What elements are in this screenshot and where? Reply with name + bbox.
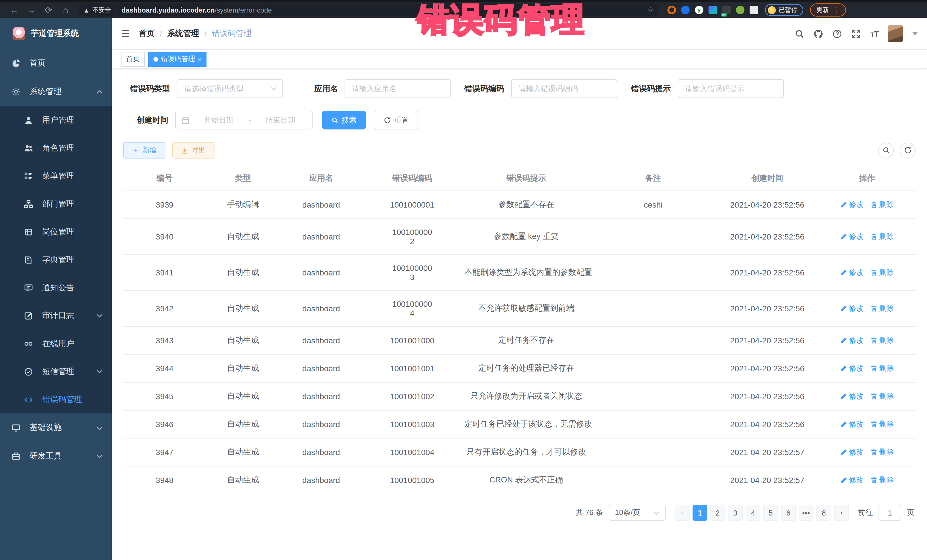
menu-list-icon bbox=[24, 171, 33, 181]
edit-link[interactable]: 修改 bbox=[840, 447, 864, 457]
home-icon[interactable]: ⌂ bbox=[57, 5, 74, 15]
edit-link[interactable]: 修改 bbox=[840, 335, 864, 346]
reload-icon[interactable]: ⟳ bbox=[40, 5, 57, 15]
breadcrumb-item[interactable]: 首页 bbox=[139, 29, 155, 39]
sidebar-item-系统管理[interactable]: 系统管理 bbox=[0, 77, 112, 106]
extension-icon[interactable] bbox=[736, 6, 745, 14]
filter-label-hint: 错误码提示 bbox=[631, 83, 671, 94]
help-icon[interactable] bbox=[833, 29, 842, 38]
delete-link[interactable]: 删除 bbox=[871, 232, 894, 242]
sidebar-item-通知公告[interactable]: 通知公告 bbox=[0, 274, 112, 302]
error-code-field[interactable] bbox=[511, 79, 617, 98]
hamburger-icon[interactable]: ☰ bbox=[121, 28, 130, 39]
reset-button[interactable]: 重置 bbox=[375, 111, 418, 129]
delete-link[interactable]: 删除 bbox=[871, 447, 894, 457]
error-type-select-input[interactable] bbox=[178, 80, 271, 97]
delete-link[interactable]: 删除 bbox=[871, 304, 894, 314]
extension-icon[interactable] bbox=[681, 6, 690, 14]
sidebar-item-审计日志[interactable]: 审计日志 bbox=[0, 302, 112, 329]
address-bar[interactable]: ▲ 不安全 | dashboard.yudao.iocoder.cn /syst… bbox=[78, 3, 660, 17]
export-button[interactable]: 导出 bbox=[172, 142, 214, 159]
page-button-3[interactable]: 3 bbox=[728, 505, 743, 521]
goto-page-input[interactable] bbox=[879, 505, 901, 520]
extension-icon[interactable]: on bbox=[722, 6, 731, 14]
edit-link[interactable]: 修改 bbox=[840, 363, 864, 373]
page-button-4[interactable]: 4 bbox=[746, 505, 760, 521]
tag-错误码管理[interactable]: 错误码管理× bbox=[148, 52, 207, 67]
breadcrumb-item[interactable]: 系统管理 bbox=[167, 29, 199, 39]
caret-down-icon[interactable] bbox=[912, 32, 918, 35]
edit-link[interactable]: 修改 bbox=[840, 419, 864, 429]
delete-link[interactable]: 删除 bbox=[871, 200, 894, 210]
extension-icon[interactable]: y bbox=[695, 6, 704, 14]
sidebar-item-角色管理[interactable]: 角色管理 bbox=[0, 134, 112, 162]
error-type-select[interactable] bbox=[177, 79, 283, 98]
filter-label-type: 错误码类型 bbox=[130, 83, 170, 94]
error-code-table: 编号类型应用名错误码编码错误码提示备注创建时间操作 3939手动编辑dashbo… bbox=[123, 167, 916, 495]
goto-page-field[interactable] bbox=[878, 505, 901, 521]
fullscreen-icon[interactable] bbox=[851, 29, 861, 38]
cell-remark bbox=[590, 255, 716, 291]
browser-menu-icon[interactable]: ⋮ bbox=[833, 6, 840, 14]
more-pages-button[interactable]: ••• bbox=[799, 505, 813, 521]
delete-link[interactable]: 删除 bbox=[871, 267, 894, 278]
edit-link[interactable]: 修改 bbox=[840, 267, 864, 278]
page-button-1[interactable]: 1 bbox=[693, 505, 707, 521]
delete-link[interactable]: 删除 bbox=[871, 335, 894, 346]
search-button[interactable]: 搜索 bbox=[322, 111, 366, 129]
error-hint-field[interactable] bbox=[678, 79, 784, 98]
cell-hint: 不允许获取敏感配置到前端 bbox=[462, 291, 590, 326]
edit-link[interactable]: 修改 bbox=[840, 200, 864, 210]
tag-首页[interactable]: 首页 bbox=[121, 52, 145, 67]
prev-page-button[interactable]: ‹ bbox=[675, 505, 690, 521]
search-icon[interactable] bbox=[795, 29, 805, 38]
delete-link[interactable]: 删除 bbox=[871, 391, 894, 401]
error-hint-input[interactable] bbox=[678, 80, 783, 97]
back-icon[interactable]: ← bbox=[6, 5, 23, 15]
page-size-select[interactable]: 10条/页 bbox=[609, 505, 666, 521]
user-avatar[interactable] bbox=[887, 25, 903, 42]
delete-link[interactable]: 删除 bbox=[871, 475, 894, 485]
bookmark-star-icon[interactable]: ☆ bbox=[647, 6, 654, 14]
browser-update-button[interactable]: 更新 ⋮ bbox=[810, 3, 846, 17]
edit-link[interactable]: 修改 bbox=[840, 304, 864, 314]
sidebar-item-菜单管理[interactable]: 菜单管理 bbox=[0, 162, 112, 190]
toggle-search-button[interactable] bbox=[878, 142, 894, 158]
page-button-8[interactable]: 8 bbox=[816, 505, 831, 521]
sidebar-item-错误码管理[interactable]: 错误码管理 bbox=[0, 385, 112, 413]
page-button-2[interactable]: 2 bbox=[710, 505, 725, 521]
edit-link[interactable]: 修改 bbox=[840, 232, 864, 242]
refresh-button[interactable] bbox=[900, 142, 916, 158]
app-name-input[interactable] bbox=[345, 80, 450, 97]
sidebar-item-短信管理[interactable]: 短信管理 bbox=[0, 358, 112, 385]
puzzle-icon[interactable] bbox=[749, 6, 758, 14]
delete-link[interactable]: 删除 bbox=[871, 419, 894, 429]
sidebar-item-用户管理[interactable]: 用户管理 bbox=[0, 106, 112, 134]
close-icon[interactable]: × bbox=[198, 56, 202, 62]
sidebar-item-在线用户[interactable]: 在线用户 bbox=[0, 329, 112, 358]
app-name-field[interactable] bbox=[345, 79, 451, 98]
delete-link[interactable]: 删除 bbox=[871, 363, 894, 373]
cell-actions: 修改删除 bbox=[819, 382, 916, 410]
edit-link[interactable]: 修改 bbox=[840, 391, 864, 401]
extension-icon[interactable] bbox=[708, 6, 717, 14]
page-button-6[interactable]: 6 bbox=[781, 505, 796, 521]
edit-link[interactable]: 修改 bbox=[840, 475, 864, 485]
font-size-icon[interactable]: тT bbox=[870, 29, 878, 38]
breadcrumb-item: 错误码管理 bbox=[212, 29, 252, 39]
error-code-input[interactable] bbox=[512, 80, 617, 97]
sidebar-item-部门管理[interactable]: 部门管理 bbox=[0, 190, 112, 218]
forward-icon[interactable]: → bbox=[23, 5, 40, 15]
date-range-picker[interactable]: 开始日期 - 结束日期 bbox=[175, 111, 313, 129]
github-icon[interactable] bbox=[814, 29, 824, 38]
page-button-5[interactable]: 5 bbox=[763, 505, 778, 521]
sidebar-item-研发工具[interactable]: 研发工具 bbox=[0, 442, 112, 470]
sidebar-item-首页[interactable]: 首页 bbox=[0, 49, 112, 77]
sidebar-item-字典管理[interactable]: 字典管理 bbox=[0, 246, 112, 274]
next-page-button[interactable]: › bbox=[834, 505, 849, 521]
extension-icon[interactable] bbox=[667, 6, 676, 14]
sidebar-item-基础设施[interactable]: 基础设施 bbox=[0, 413, 112, 442]
sidebar-item-岗位管理[interactable]: 岗位管理 bbox=[0, 218, 112, 246]
profile-paused-badge[interactable]: 已暂停 bbox=[765, 4, 803, 16]
add-button[interactable]: ＋ 新增 bbox=[123, 142, 166, 159]
